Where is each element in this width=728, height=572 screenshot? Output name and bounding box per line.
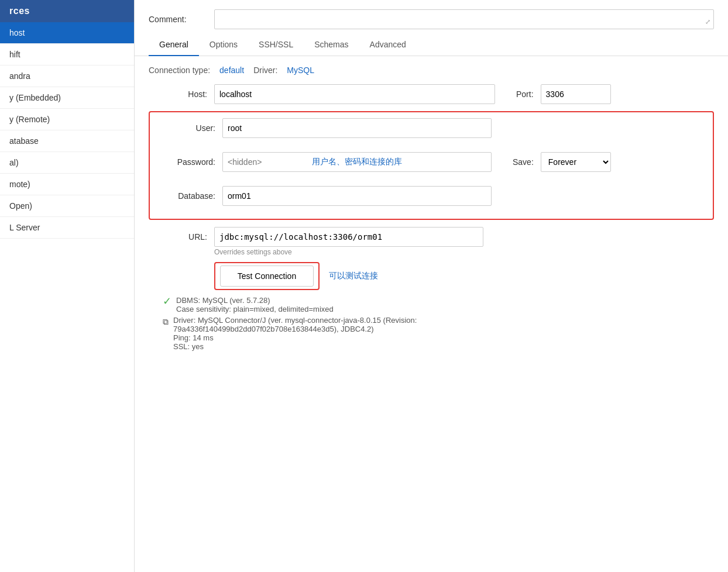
status-row-1: ✓ DBMS: MySQL (ver. 5.7.28) Case sensiti… [163,296,714,313]
sidebar-item-database[interactable]: atabase [0,130,134,152]
status-text-1: DBMS: MySQL (ver. 5.7.28) Case sensitivi… [176,296,334,313]
tab-options[interactable]: Options [199,34,248,56]
status-line-1: DBMS: MySQL (ver. 5.7.28) [176,296,334,305]
driver-value[interactable]: MySQL [287,66,314,75]
port-label: Port: [516,89,534,99]
test-conn-box: Test Connection [214,262,320,290]
tab-general[interactable]: General [149,34,199,56]
host-label: Host: [149,89,207,99]
sidebar-item-al[interactable]: al) [0,152,134,174]
conn-type-row: Connection type: default Driver: MySQL [149,66,714,75]
sidebar-item-open[interactable]: Open) [0,195,134,217]
url-row: URL: Overrides settings above [149,227,714,256]
sidebar-item-host[interactable]: host [0,22,134,44]
sidebar-item-shift[interactable]: hift [0,44,134,66]
status-area: ✓ DBMS: MySQL (ver. 5.7.28) Case sensiti… [163,296,714,351]
user-row: User: [157,118,706,138]
password-input[interactable] [222,152,492,172]
port-input[interactable] [541,84,611,104]
save-label: Save: [513,157,534,167]
status-text-2: Driver: MySQL Connector/J (ver. mysql-co… [173,316,417,351]
url-main-row: URL: [149,227,714,247]
tab-advanced[interactable]: Advanced [359,34,417,56]
driver-label: Driver: [253,66,277,75]
status-line-4: 79a4336f140499bd2dd07f02b708e163844e3d5)… [173,325,417,333]
comment-row: Comment: ⤢ [135,0,728,34]
comment-label: Comment: [149,15,207,24]
credentials-box: User: Password: 用户名、密码和连接的库 Save: Foreve… [149,111,714,220]
user-label: User: [157,123,215,133]
save-dropdown[interactable]: Forever [541,152,611,172]
sidebar: rces host hift andra y (Embedded) y (Rem… [0,0,135,572]
status-line-5: Ping: 14 ms [173,333,417,342]
test-conn-row: Test Connection 可以测试连接 [214,262,714,290]
url-hint: Overrides settings above [214,248,714,256]
sidebar-item-embedded[interactable]: y (Embedded) [0,87,134,109]
url-label: URL: [149,232,207,242]
comment-input-wrapper: ⤢ [214,9,714,29]
status-row-2: ⧉ Driver: MySQL Connector/J (ver. mysql-… [163,316,714,351]
status-line-2: Case sensitivity: plain=mixed, delimited… [176,305,334,313]
sidebar-item-lserver[interactable]: L Server [0,217,134,239]
database-label: Database: [157,191,215,201]
copy-icon: ⧉ [163,317,169,327]
user-input[interactable] [222,118,492,138]
tab-sshssl[interactable]: SSH/SSL [248,34,304,56]
password-label: Password: [157,157,215,167]
comment-input[interactable] [214,9,714,29]
sidebar-item-andra[interactable]: andra [0,66,134,87]
sidebar-header: rces [0,0,134,22]
database-input[interactable] [222,186,492,206]
url-input[interactable] [214,227,483,247]
status-line-6: SSL: yes [173,342,417,351]
tabs-bar: General Options SSH/SSL Schemas Advanced [135,34,728,56]
tab-schemas[interactable]: Schemas [304,34,359,56]
host-input[interactable] [214,84,495,104]
status-line-3: Driver: MySQL Connector/J (ver. mysql-co… [173,316,417,325]
check-icon: ✓ [163,295,171,308]
main-content: Comment: ⤢ General Options SSH/SSL Schem… [135,0,728,572]
password-row: Password: 用户名、密码和连接的库 Save: Forever [157,152,706,172]
expand-icon: ⤢ [705,18,710,26]
form-area: Connection type: default Driver: MySQL H… [135,56,728,572]
test-conn-annotation: 可以测试连接 [329,271,378,281]
host-port-row: Host: Port: [149,84,714,104]
test-connection-button[interactable]: Test Connection [220,266,314,287]
conn-type-value[interactable]: default [219,66,244,75]
sidebar-item-remote[interactable]: y (Remote) [0,109,134,130]
database-row: Database: [157,186,706,206]
conn-type-label: Connection type: [149,66,210,75]
sidebar-item-mote[interactable]: mote) [0,174,134,195]
password-wrapper: 用户名、密码和连接的库 [222,152,492,172]
